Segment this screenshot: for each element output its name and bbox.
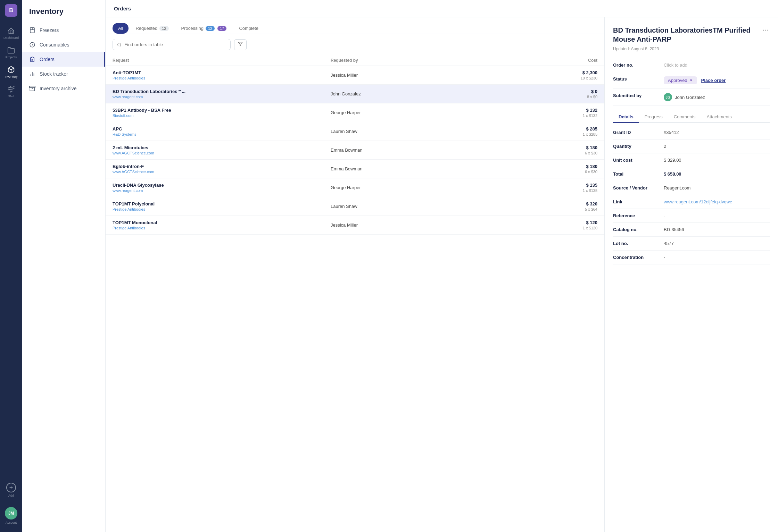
- svg-line-14: [120, 45, 121, 46]
- order-vendor: Prestige Antibodies: [113, 226, 331, 230]
- order-requester: John Gonzalez: [331, 91, 549, 96]
- order-name: BD Transduction Laboratories™...: [113, 89, 331, 94]
- filter-button[interactable]: [234, 39, 247, 50]
- home-icon: [7, 27, 15, 35]
- detail-header: BD Transduction LaboratoriesTM Purified …: [613, 26, 770, 44]
- detail-label-quantity: Quantity: [613, 144, 658, 149]
- order-row[interactable]: TOP1MT PolyclonalPrestige Antibodies Lau…: [106, 197, 604, 216]
- filter-icon: [238, 42, 243, 47]
- table-header: Request Requested by Cost: [106, 55, 604, 66]
- tab-all[interactable]: All: [113, 23, 129, 34]
- order-vendor: www.reagent.com: [113, 188, 331, 193]
- sidebar-item-inventory[interactable]: Inventory: [0, 62, 22, 82]
- search-wrapper[interactable]: [113, 39, 231, 50]
- inventory-title: Inventory: [22, 7, 105, 23]
- order-requester: Jessica Miller: [331, 222, 549, 228]
- detail-tab-comments[interactable]: Comments: [668, 111, 701, 123]
- col-request: Request: [113, 58, 331, 63]
- order-row[interactable]: 53BP1 Antibody - BSA FreeBiostuff.com Ge…: [106, 103, 604, 122]
- svg-point-13: [118, 43, 121, 46]
- app-logo[interactable]: B: [5, 4, 17, 17]
- tab-complete[interactable]: Complete: [233, 23, 264, 34]
- tab-requested-badge: 12: [159, 26, 168, 31]
- order-vendor: www.AGCTScience.com: [113, 151, 331, 155]
- detail-value-order-no[interactable]: Click to add: [664, 62, 770, 68]
- order-name: TOP1MT Monoclonal: [113, 220, 331, 225]
- order-requester: Emma Bowman: [331, 166, 549, 171]
- detail-row-concentration: Concentration -: [613, 251, 770, 264]
- order-name: APC: [113, 126, 331, 132]
- sidebar-item-dna[interactable]: DNA: [0, 82, 22, 101]
- detail-value-catalog-no: BD-35456: [664, 227, 770, 232]
- sidebar-item-dashboard[interactable]: Dashboard: [0, 24, 22, 43]
- order-cost: $ 0: [549, 89, 597, 94]
- order-row[interactable]: TOP1MT MonoclonalPrestige Antibodies Jes…: [106, 216, 604, 235]
- status-badge[interactable]: Approved ▼: [664, 76, 697, 84]
- detail-row-submitted-by: Submitted by JG John Gonzalez: [613, 89, 770, 106]
- order-row[interactable]: Bglob-intron-Fwww.AGCTScience.com Emma B…: [106, 160, 604, 178]
- status-value: Approved: [668, 78, 687, 83]
- tab-requested[interactable]: Requested 12: [130, 23, 174, 34]
- order-cost: $ 120: [549, 220, 597, 225]
- add-circle-icon: +: [6, 483, 16, 492]
- nav-item-stock-tracker[interactable]: Stock tracker: [22, 67, 105, 81]
- order-qty: 1 x $285: [549, 132, 597, 136]
- sidebar-account[interactable]: JM Account: [5, 501, 17, 528]
- detail-value-reference: -: [664, 213, 770, 218]
- detail-tab-details[interactable]: Details: [613, 111, 639, 123]
- order-qty: 1 x $132: [549, 113, 597, 118]
- order-row[interactable]: BD Transduction Laboratories™...www.reag…: [106, 85, 604, 103]
- sidebar-item-projects[interactable]: Projects: [0, 43, 22, 62]
- sidebar-label-dashboard: Dashboard: [3, 36, 19, 40]
- order-qty: 10 x $230: [549, 76, 597, 80]
- order-qty: 1 x $120: [549, 226, 597, 230]
- detail-row-catalog-no: Catalog no. BD-35456: [613, 223, 770, 237]
- detail-row-link: Link www.reagent.com/12oijfeiq-dvqwe: [613, 195, 770, 209]
- detail-row-status: Status Approved ▼ Place order: [613, 72, 770, 89]
- detail-label-grant-id: Grant ID: [613, 130, 658, 135]
- order-row[interactable]: APCR&D Systems Lauren Shaw $ 2851 x $285: [106, 122, 604, 141]
- detail-value-link[interactable]: www.reagent.com/12oijfeiq-dvqwe: [664, 199, 770, 204]
- search-icon: [117, 42, 122, 47]
- detail-more-menu[interactable]: ···: [761, 26, 770, 34]
- detail-panel: BD Transduction LaboratoriesTM Purified …: [604, 17, 778, 532]
- order-qty: 8 x $0: [549, 95, 597, 99]
- detail-value-submitted-by: JG John Gonzalez: [664, 93, 770, 101]
- detail-value-lot-no: 4577: [664, 241, 770, 246]
- nav-item-inventory-archive[interactable]: Inventory archive: [22, 81, 105, 96]
- detail-row-unit-cost: Unit cost $ 329.00: [613, 153, 770, 167]
- tab-requested-label: Requested: [135, 26, 157, 31]
- detail-value-grant-id: #35412: [664, 130, 770, 135]
- order-qty: 1 x $135: [549, 188, 597, 193]
- order-name: Bglob-intron-F: [113, 164, 331, 169]
- order-row[interactable]: Uracil-DNA Glycosylasewww.reagent.com Ge…: [106, 178, 604, 197]
- search-input[interactable]: [124, 42, 226, 47]
- detail-tab-attachments[interactable]: Attachments: [701, 111, 737, 123]
- order-name: 2 mL Microtubes: [113, 145, 331, 150]
- order-row[interactable]: Anti-TOP1MTPrestige Antibodies Jessica M…: [106, 66, 604, 85]
- sidebar-add-button[interactable]: + Add: [0, 479, 22, 501]
- order-name: Uracil-DNA Glycosylase: [113, 183, 331, 188]
- tab-processing[interactable]: Processing 12 17: [176, 23, 232, 34]
- detail-label-total: Total: [613, 171, 658, 177]
- place-order-button[interactable]: Place order: [701, 78, 726, 83]
- detail-row-quantity: Quantity 2: [613, 140, 770, 153]
- nav-item-orders[interactable]: Orders: [22, 52, 105, 67]
- orders-list: All Requested 12 Processing 12 17 Comple…: [106, 17, 604, 532]
- nav-label-orders: Orders: [40, 57, 55, 62]
- order-requester: George Harper: [331, 110, 549, 115]
- left-nav: Inventory Freezers Consumables Orders St…: [22, 0, 106, 532]
- nav-item-consumables[interactable]: Consumables: [22, 37, 105, 52]
- detail-row-order-no: Order no. Click to add: [613, 58, 770, 72]
- order-vendor: Prestige Antibodies: [113, 76, 331, 80]
- sidebar: B Dashboard Projects Inventory DNA + Add…: [0, 0, 22, 532]
- detail-label-reference: Reference: [613, 213, 658, 218]
- submitter-avatar: JG: [664, 93, 672, 101]
- detail-tab-progress[interactable]: Progress: [639, 111, 668, 123]
- nav-item-freezers[interactable]: Freezers: [22, 23, 105, 37]
- account-avatar[interactable]: JM: [5, 507, 17, 520]
- order-row[interactable]: 2 mL Microtubeswww.AGCTScience.com Emma …: [106, 141, 604, 160]
- status-row: Approved ▼ Place order: [664, 76, 726, 84]
- main-content: Orders All Requested 12 Processing 12 17: [106, 0, 778, 532]
- stock-icon: [29, 71, 35, 77]
